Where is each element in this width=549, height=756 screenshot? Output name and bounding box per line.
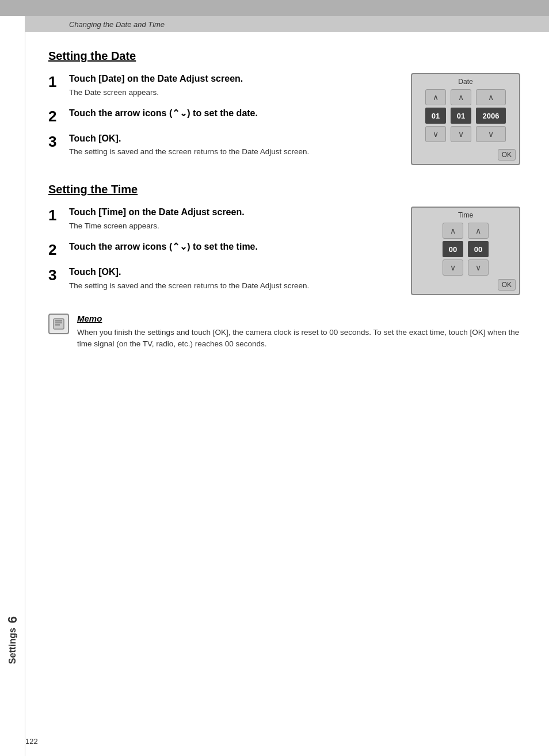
time-ok-button[interactable]: OK [498, 279, 516, 291]
time-section-heading: Setting the Time [48, 183, 520, 196]
breadcrumb: Changing the Date and Time [35, 17, 199, 32]
main-content: Setting the Date 1 Touch [Date] on the D… [25, 49, 549, 373]
time-step-2: 2 Touch the arrow icons (⌃⌄) to set the … [48, 241, 399, 257]
time-step-3: 3 Touch [OK]. The setting is saved and t… [48, 266, 399, 292]
memo-icon [48, 314, 69, 334]
time-col2-value: 00 [468, 241, 489, 257]
sidebar-content: 6 Settings [5, 616, 20, 664]
date-screen-title: Date [415, 78, 516, 86]
date-section-heading: Setting the Date [48, 49, 520, 63]
time-screen-box: Time 00 00 OK [411, 207, 520, 295]
time-col1-down-arrow[interactable] [443, 259, 463, 276]
header-area: Changing the Date and Time [0, 16, 549, 32]
svg-rect-3 [55, 324, 60, 326]
date-step-3-desc: The setting is saved and the screen retu… [69, 147, 399, 158]
time-screen-cols: 00 00 [415, 223, 516, 276]
time-step-3-title: Touch [OK]. [69, 266, 399, 278]
date-step-3-number: 3 [48, 134, 69, 149]
date-col3-value: 2006 [476, 108, 506, 124]
time-col-2: 00 [468, 223, 489, 276]
date-step-2-title: Touch the arrow icons (⌃⌄) to set the da… [69, 108, 399, 120]
time-step-3-number: 3 [48, 268, 69, 282]
date-ok-button[interactable]: OK [498, 149, 516, 161]
svg-rect-2 [55, 322, 62, 323]
date-step-1-desc: The Date screen appears. [69, 87, 399, 98]
memo-box: Memo When you finish the settings and to… [48, 314, 520, 350]
time-col1-value: 00 [443, 241, 463, 257]
date-col2-down-arrow[interactable] [451, 126, 471, 142]
date-steps-with-image: 1 Touch [Date] on the Date Adjust screen… [48, 73, 520, 167]
date-col3-down-arrow[interactable] [476, 126, 506, 142]
date-step-2-number: 2 [48, 109, 69, 124]
sidebar-number: 6 [5, 616, 20, 623]
time-step-1-desc: The Time screen appears. [69, 221, 399, 232]
date-col3-up-arrow[interactable] [476, 89, 506, 105]
time-step-1-content: Touch [Time] on the Date Adjust screen. … [69, 207, 399, 232]
time-col1-up-arrow[interactable] [443, 223, 463, 239]
memo-text: When you finish the settings and touch [… [77, 327, 520, 350]
date-screen-box: Date 01 01 2006 [411, 73, 520, 165]
date-step-3: 3 Touch [OK]. The setting is saved and t… [48, 133, 399, 158]
time-step-3-content: Touch [OK]. The setting is saved and the… [69, 266, 399, 292]
time-screen-mockup: Time 00 00 OK [411, 207, 520, 295]
top-bar [0, 0, 549, 16]
date-steps-col: 1 Touch [Date] on the Date Adjust screen… [48, 73, 399, 167]
time-step-2-number: 2 [48, 242, 69, 257]
date-step-2: 2 Touch the arrow icons (⌃⌄) to set the … [48, 108, 399, 124]
date-col1-down-arrow[interactable] [425, 126, 446, 142]
svg-rect-1 [55, 320, 62, 322]
time-step-1-number: 1 [48, 208, 69, 223]
time-screen-title: Time [415, 211, 516, 219]
date-step-3-content: Touch [OK]. The setting is saved and the… [69, 133, 399, 158]
date-col1-value: 01 [425, 108, 446, 124]
time-col-1: 00 [443, 223, 463, 276]
memo-content: Memo When you finish the settings and to… [77, 314, 520, 350]
date-col-1: 01 [425, 89, 446, 142]
date-step-1-number: 1 [48, 74, 69, 89]
time-step-3-desc: The setting is saved and the screen retu… [69, 281, 399, 292]
svg-rect-0 [54, 319, 64, 329]
sidebar-label: Settings [7, 628, 18, 664]
time-step-1-title: Touch [Time] on the Date Adjust screen. [69, 207, 399, 219]
date-step-2-content: Touch the arrow icons (⌃⌄) to set the da… [69, 108, 399, 122]
time-step-1: 1 Touch [Time] on the Date Adjust screen… [48, 207, 399, 232]
sidebar: 6 Settings [0, 16, 25, 756]
date-screen-mockup: Date 01 01 2006 [411, 73, 520, 165]
date-step-1: 1 Touch [Date] on the Date Adjust screen… [48, 73, 399, 98]
date-step-1-content: Touch [Date] on the Date Adjust screen. … [69, 73, 399, 98]
date-col2-up-arrow[interactable] [451, 89, 471, 105]
date-step-3-title: Touch [OK]. [69, 133, 399, 145]
time-step-2-content: Touch the arrow icons (⌃⌄) to set the ti… [69, 241, 399, 255]
time-col2-down-arrow[interactable] [468, 259, 489, 276]
date-col-3: 2006 [476, 89, 506, 142]
date-col1-up-arrow[interactable] [425, 89, 446, 105]
time-col2-up-arrow[interactable] [468, 223, 489, 239]
time-steps-col: 1 Touch [Time] on the Date Adjust screen… [48, 207, 399, 300]
date-step-1-title: Touch [Date] on the Date Adjust screen. [69, 73, 399, 85]
memo-title: Memo [77, 314, 520, 323]
time-steps-with-image: 1 Touch [Time] on the Date Adjust screen… [48, 207, 520, 300]
date-col2-value: 01 [451, 108, 471, 124]
page-number: 122 [25, 737, 38, 746]
date-screen-arrows-up: 01 01 2006 [415, 89, 516, 142]
date-col-2: 01 [451, 89, 471, 142]
time-step-2-title: Touch the arrow icons (⌃⌄) to set the ti… [69, 241, 399, 253]
